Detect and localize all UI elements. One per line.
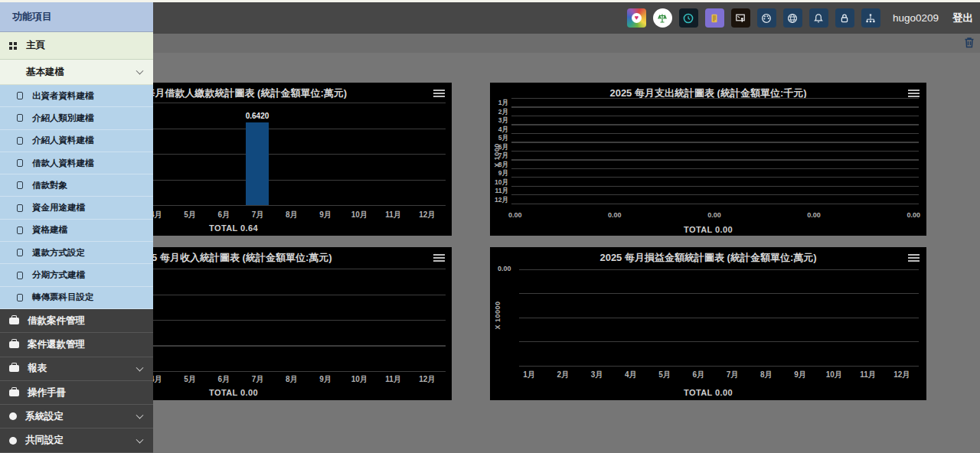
x-axis-month-label: 11月 <box>377 210 410 220</box>
logo-icon[interactable]: ♥ <box>627 8 646 28</box>
square-icon <box>17 137 23 145</box>
sidebar-subitem[interactable]: 轉傳票科目設定 <box>0 287 153 309</box>
sidebar-subitem-list: 出資者資料建檔介紹人類別建檔介紹人資料建檔借款人資料建檔借款對象資金用途建檔資格… <box>0 85 153 309</box>
sidebar-subitem[interactable]: 借款對象 <box>0 174 153 197</box>
x-axis-month-label: 8月 <box>275 374 309 385</box>
sidebar-subitem[interactable]: 出資者資料建檔 <box>0 85 153 107</box>
sidebar-item-label: 操作手冊 <box>28 386 66 399</box>
x-axis-tick-label: 0.00 <box>707 211 721 219</box>
x-axis-month-label: 7月 <box>241 374 275 385</box>
x-axis-tick-label: 0.00 <box>906 211 920 219</box>
sidebar-item-label: 主頁 <box>26 39 45 52</box>
presentation-icon[interactable] <box>731 8 750 28</box>
briefcase-icon <box>9 341 19 348</box>
circle-icon <box>9 437 17 445</box>
square-icon <box>17 272 23 279</box>
x-axis-month-label: 5月 <box>173 374 207 385</box>
sidebar-subitem-label: 借款對象 <box>32 180 67 191</box>
chart-panel-profit: 2025 每月損益金額統計圖表 (統計金額單位:萬元) 0.00 X 10000… <box>490 247 926 400</box>
x-axis-month-label: 9月 <box>783 370 817 380</box>
bar-july <box>246 122 269 205</box>
chart-title: 2025 每月損益金額統計圖表 (統計金額單位:萬元) <box>490 251 926 265</box>
sidebar-subitem-label: 出資者資料建檔 <box>32 90 94 102</box>
clock-icon[interactable] <box>679 8 698 28</box>
x-axis-month-label: 4月 <box>614 370 648 380</box>
sidebar-subitem[interactable]: 分期方式建檔 <box>0 264 153 286</box>
square-icon <box>17 159 23 167</box>
y-axis-month-label: 1月 <box>490 99 508 108</box>
y-axis-month-label: 6月 <box>490 143 508 152</box>
y-axis-month-label: 3月 <box>490 116 508 125</box>
sidebar-subitem-label: 轉傳票科目設定 <box>32 292 94 303</box>
sidebar-item[interactable]: 操作手冊 <box>0 381 153 405</box>
chart-menu-icon[interactable] <box>908 90 920 97</box>
sidebar-subitem[interactable]: 借款人資料建檔 <box>0 152 153 174</box>
sidebar-item[interactable]: 報表 <box>0 357 153 381</box>
sidebar-subitem[interactable]: 還款方式設定 <box>0 242 153 264</box>
sidebar-item-label: 共同設定 <box>25 434 64 447</box>
x-axis-month-label: 10月 <box>817 370 851 380</box>
chart-menu-icon[interactable] <box>433 90 445 97</box>
x-axis-ticks: 0.000.000.000.000.00 <box>508 211 920 219</box>
x-axis-month-label: 2月 <box>546 370 580 380</box>
briefcase-icon <box>9 365 19 372</box>
sidebar-item-label: 系統設定 <box>25 410 64 423</box>
y-axis-tick-label: 0.00 <box>498 265 511 272</box>
sidebar-item[interactable]: 共同設定 <box>0 429 153 452</box>
x-axis-month-label: 12月 <box>410 210 444 220</box>
square-icon <box>17 294 23 301</box>
sidebar-subitem[interactable]: 介紹人資料建檔 <box>0 130 153 152</box>
chevron-down-icon <box>136 412 144 419</box>
x-axis-tick-label: 0.00 <box>807 211 821 219</box>
sidebar-group-basic[interactable]: 基本建檔 <box>0 60 153 85</box>
top-strip <box>0 0 980 2</box>
sidebar-item[interactable]: 借款案件管理 <box>0 309 153 333</box>
x-axis-month-label: 3月 <box>580 370 614 380</box>
y-axis-month-label: 9月 <box>490 169 508 178</box>
chevron-down-icon <box>136 67 144 75</box>
y-axis-month-label: 8月 <box>490 161 508 170</box>
sidebar-subitem[interactable]: 資金用途建檔 <box>0 197 153 219</box>
sidebar-subitem-label: 資金用途建檔 <box>32 202 85 213</box>
x-axis-month-label: 5月 <box>173 210 207 220</box>
y-axis-month-label: 11月 <box>490 187 508 196</box>
heart-icon: ♥ <box>632 13 642 23</box>
chart-menu-icon[interactable] <box>908 254 920 262</box>
x-axis-month-label: 7月 <box>716 370 750 380</box>
sidebar-group-label: 基本建檔 <box>26 66 64 79</box>
balance-icon[interactable] <box>653 8 672 28</box>
trash-icon[interactable] <box>964 37 975 52</box>
x-axis-month-label: 10月 <box>342 374 376 385</box>
x-axis-month-label: 8月 <box>750 370 783 380</box>
x-axis-month-label: 5月 <box>648 370 681 380</box>
x-axis-month-label: 12月 <box>410 374 444 385</box>
sidebar-item[interactable]: 系統設定 <box>0 405 153 429</box>
palette-icon[interactable] <box>757 8 776 28</box>
plot-area <box>519 269 919 367</box>
y-axis-unit-label: X 10000 <box>494 295 501 335</box>
lock-icon[interactable] <box>835 8 854 28</box>
square-icon <box>17 181 23 189</box>
sidebar-item-home[interactable]: 主頁 <box>0 32 153 60</box>
square-icon <box>17 249 23 256</box>
sitemap-icon[interactable] <box>861 8 880 28</box>
chart-menu-icon[interactable] <box>433 254 445 262</box>
globe-icon[interactable] <box>783 8 802 28</box>
x-axis-month-label: 11月 <box>851 370 885 380</box>
x-axis-month-label: 6月 <box>207 210 240 220</box>
grid-icon <box>9 42 12 45</box>
sidebar-item[interactable]: 案件還款管理 <box>0 333 153 357</box>
bell-icon[interactable] <box>809 8 828 28</box>
sidebar-item-label: 案件還款管理 <box>28 338 85 351</box>
sidebar-subitem-label: 分期方式建檔 <box>32 269 85 281</box>
y-axis-month-label: 12月 <box>490 196 508 205</box>
square-icon <box>17 204 23 212</box>
sidebar-subitem-label: 資格建檔 <box>32 224 67 236</box>
scroll-icon[interactable] <box>705 8 724 28</box>
sidebar-subitem[interactable]: 資格建檔 <box>0 220 153 242</box>
logout-button[interactable]: 登出 <box>952 11 973 25</box>
sidebar-subitem[interactable]: 介紹人類別建檔 <box>0 107 153 129</box>
square-icon <box>17 226 23 234</box>
sidebar-item-label: 借款案件管理 <box>28 314 85 328</box>
sidebar-title: 功能項目 <box>0 0 153 32</box>
